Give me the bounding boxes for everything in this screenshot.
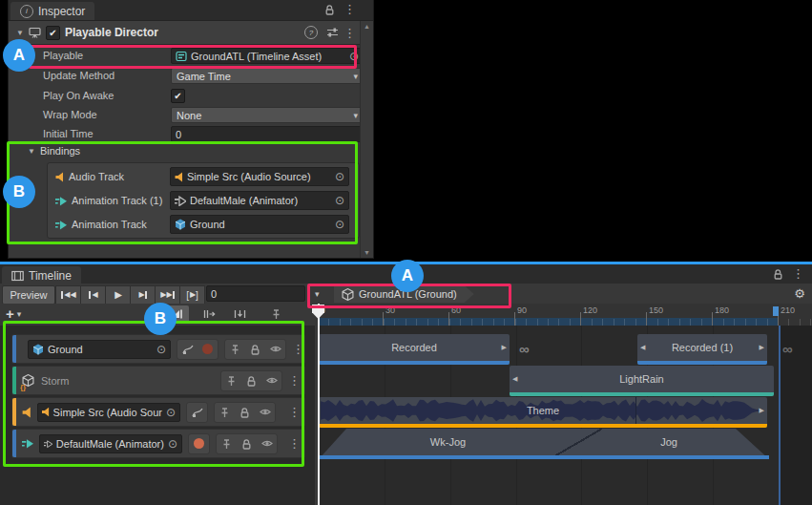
clip-left-handle[interactable]: ◀	[640, 344, 645, 350]
clip-label: Theme	[319, 405, 767, 416]
scroll-down-icon[interactable]: ▼	[364, 249, 370, 256]
component-header[interactable]: ▼ ✔ Playable Director ? ⋮	[9, 21, 367, 45]
play-button[interactable]: ▶	[105, 285, 131, 305]
clip-color-bar	[319, 424, 767, 428]
annotation-badge-a: A	[3, 39, 35, 72]
chevron-down-icon: ▾	[353, 72, 358, 81]
goto-start-button[interactable]: ◀◀	[55, 285, 81, 305]
playhead-line	[318, 304, 320, 505]
wrap-mode-label: Wrap Mode	[43, 107, 97, 123]
ruler-minor-ticks	[318, 319, 812, 326]
bracket-icon: ]	[196, 290, 198, 301]
tick-label: 120	[583, 305, 597, 315]
clip-recorded[interactable]: Recorded ▶	[319, 334, 510, 365]
play-on-awake-label: Play On Awake	[43, 88, 114, 104]
update-method-label: Update Method	[43, 68, 115, 84]
chevron-down-icon: ▾	[353, 111, 358, 120]
tick-label: 150	[649, 305, 663, 315]
wrap-mode-value: None	[177, 110, 201, 121]
next-frame-button[interactable]: ▶	[130, 285, 156, 305]
goto-end-button[interactable]: ▶▶	[155, 285, 180, 305]
plus-icon: +	[6, 306, 14, 321]
clip-right-handle[interactable]: ▶	[502, 344, 507, 350]
annotation-box-a-inspector	[29, 45, 357, 69]
timeline-end-marker[interactable]	[773, 306, 779, 316]
tab-timeline[interactable]: Timeline	[2, 266, 81, 284]
current-time-field[interactable]: 0	[206, 285, 305, 302]
fwd-icon: ▶	[167, 291, 172, 299]
rev-icon: ◀	[92, 291, 96, 299]
component-enabled-checkbox[interactable]: ✔	[46, 26, 60, 40]
previous-frame-button[interactable]: ◀	[80, 285, 106, 305]
clip-color-bar	[637, 361, 767, 365]
annotation-box-b-inspector	[7, 141, 358, 244]
out-of-range-shade	[781, 326, 812, 505]
pin-icon	[271, 308, 281, 320]
play-on-awake-checkbox[interactable]: ✔	[171, 89, 185, 103]
help-icon[interactable]: ?	[304, 26, 318, 39]
lock-icon[interactable]	[773, 268, 783, 280]
initial-time-label: Initial Time	[43, 126, 94, 142]
inspector-tabbar: i Inspector ⋮	[9, 0, 373, 21]
tick-label: 90	[517, 305, 527, 315]
foldout-icon[interactable]: ▼	[16, 29, 24, 37]
replace-mode-icon	[234, 308, 246, 320]
rev-icon: ◀	[64, 291, 69, 299]
preview-toggle-button[interactable]: Preview	[2, 285, 55, 305]
clip-theme[interactable]: Theme ▶	[319, 397, 767, 428]
annotation-badge-b: B	[144, 303, 177, 335]
film-icon	[11, 270, 24, 282]
play-icon: ▶	[190, 291, 195, 299]
fwd-icon: ▶	[160, 291, 165, 299]
clip-label: Jog	[602, 436, 736, 448]
playable-director-icon	[29, 27, 41, 39]
component-menu-icon[interactable]: ⋮	[344, 27, 356, 39]
clip-left-handle[interactable]: ◀	[512, 375, 517, 382]
wrap-mode-dropdown[interactable]: None ▾	[171, 107, 364, 123]
clip-label: LightRain	[510, 373, 774, 385]
tab-inspector-label: Inspector	[38, 5, 85, 18]
rev-icon: ◀	[71, 291, 75, 299]
clip-color-bar	[319, 361, 510, 365]
lock-icon[interactable]	[324, 4, 335, 15]
clip-label: Recorded	[319, 342, 510, 353]
annotation-badge-a: A	[391, 260, 424, 292]
initial-time-field[interactable]: 0	[171, 126, 364, 142]
play-range-button[interactable]: [▶]	[179, 285, 205, 305]
annotation-box-b-timeline	[3, 321, 304, 467]
play-icon: ▶	[115, 290, 121, 300]
ripple-mode-icon	[203, 308, 216, 320]
clip-recorded-1[interactable]: Recorded (1) ◀ ▶	[637, 334, 767, 365]
presets-icon[interactable]	[326, 27, 339, 38]
tab-inspector[interactable]: i Inspector	[10, 2, 94, 20]
clip-color-bar	[319, 455, 769, 459]
update-method-dropdown[interactable]: Game Time ▾	[171, 68, 364, 84]
gear-icon[interactable]: ⚙	[794, 286, 805, 301]
clip-right-handle[interactable]: ▶	[760, 344, 764, 350]
current-time-value: 0	[211, 288, 217, 300]
component-title: Playable Director	[65, 26, 158, 39]
clip-color-bar	[510, 392, 774, 396]
clip-lightrain[interactable]: LightRain ◀	[510, 366, 774, 396]
window-menu-icon[interactable]: ⋮	[792, 267, 804, 280]
bracket-icon: [	[186, 290, 189, 301]
window-menu-icon[interactable]: ⋮	[344, 3, 356, 15]
clip-label: Wk-Jog	[346, 436, 550, 448]
annotation-badge-b: B	[3, 176, 35, 208]
initial-time-value: 0	[176, 129, 181, 140]
tab-timeline-label: Timeline	[29, 269, 72, 283]
add-track-button[interactable]: + ▾	[6, 306, 21, 321]
info-icon: i	[20, 5, 33, 18]
hold-infinity-icon: ∞	[519, 341, 530, 357]
tick-label: 180	[715, 305, 729, 315]
chevron-down-icon: ▾	[17, 309, 22, 319]
fwd-icon: ▶	[138, 291, 143, 299]
tick-label: 210	[781, 305, 795, 315]
scroll-up-icon[interactable]: ▲	[364, 23, 370, 30]
screenshot-root: i Inspector ⋮ ▼ ✔ Playable Director ? ⋮ …	[0, 0, 812, 505]
inspector-scrollbar[interactable]: ▲ ▼	[360, 21, 373, 258]
clips-pane: Recorded ▶ ∞ Recorded (1) ◀ ▶ ∞ LightRai…	[318, 326, 812, 505]
clip-right-handle[interactable]: ▶	[760, 407, 764, 413]
clip-label: Recorded (1)	[637, 342, 767, 353]
update-method-value: Game Time	[177, 71, 231, 82]
